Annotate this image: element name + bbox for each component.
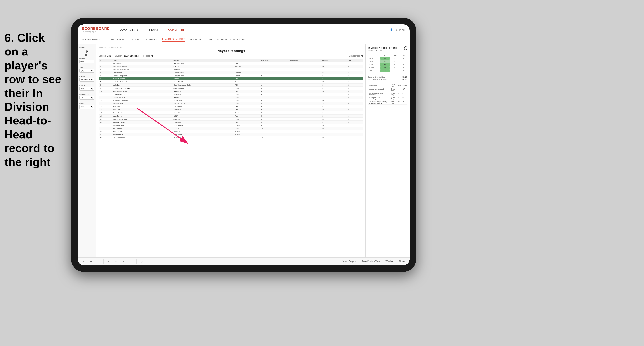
table-row[interactable]: 1 Wenyi Ding Arizona State First 1 11 1 bbox=[98, 62, 363, 65]
division-select[interactable]: NCAA Division I bbox=[79, 78, 94, 82]
table-row[interactable]: 19 Tiger Christensen Arizona Third 8 23 … bbox=[98, 118, 363, 121]
table-row[interactable]: 18 Luke Powell UCLA First 4 24 1 bbox=[98, 115, 363, 118]
table-row[interactable]: 12 Brendan Valles Auburn Third 1 17 0 bbox=[98, 96, 363, 99]
region-filter: Region N/a bbox=[79, 84, 94, 91]
year-select[interactable]: (All) bbox=[79, 69, 94, 72]
toolbar-clock[interactable]: ◷ bbox=[139, 260, 144, 263]
conference-label: Conference bbox=[79, 93, 94, 95]
conference-chip: Conference: All bbox=[349, 55, 363, 57]
table-row[interactable]: 11 Gordon Sargent Vanderbilt Third 3 21 … bbox=[98, 93, 363, 96]
cell-yr bbox=[234, 136, 260, 139]
table-row[interactable]: 10 Jacob Mac-Diesse Arkansas Fifth 4 23 … bbox=[98, 90, 363, 93]
tournament-row: SEC Match Play hosted by Jerry Pate Roun… bbox=[368, 100, 408, 105]
tour-col-name: Tournament bbox=[368, 84, 390, 88]
table-row[interactable]: 24 Bastien Amat New Mexico Fourth 1 27 2 bbox=[98, 133, 363, 136]
tab-team-h2h-grid[interactable]: TEAM H2H GRID bbox=[108, 38, 126, 41]
no-rds-slider[interactable] bbox=[79, 55, 94, 55]
cell-yr: Third bbox=[234, 127, 260, 130]
cell-school: Arizona State bbox=[172, 62, 234, 65]
cell-reg-rank: 12 bbox=[260, 136, 289, 139]
cell-no-rds: 23 bbox=[320, 118, 347, 121]
toolbar-grid[interactable]: ⊞ bbox=[106, 260, 111, 263]
h2h-wl-value: 674 - 33 - 12 bbox=[398, 79, 408, 81]
toolbar-minus[interactable]: — bbox=[128, 260, 134, 263]
table-row[interactable]: 6 Jackson Koivun Auburn First 1 21 2 bbox=[98, 77, 363, 80]
table-row[interactable]: 17 David Ford North Carolina Third 2 21 … bbox=[98, 111, 363, 115]
nav-committee[interactable]: COMMITTEE bbox=[166, 27, 186, 32]
cell-school: Vanderbilt bbox=[172, 121, 234, 124]
table-row[interactable]: 20 Matthew Riedel Vanderbilt Fifth 5 24 … bbox=[98, 121, 363, 124]
sign-out-btn[interactable]: Sign out bbox=[396, 28, 405, 31]
view-original-btn[interactable]: View: Original bbox=[341, 260, 358, 263]
table-row[interactable]: 15 Jake Hall Tennessee Fifth 3 24 1 bbox=[98, 105, 363, 108]
table-row[interactable]: 8 Mats Ege East Tennessee State Fifth 1 … bbox=[98, 84, 363, 87]
table-row[interactable]: 23 Jack Lundin Missouri Fourth 11 24 1 bbox=[98, 130, 363, 133]
nav-teams[interactable]: TEAMS bbox=[147, 27, 160, 32]
tour-type: Stroke Play bbox=[390, 88, 398, 92]
table-row[interactable]: 25 Cole Sherwood Vanderbilt 12 23 1 bbox=[98, 136, 363, 139]
cell-conf-rank bbox=[289, 136, 320, 139]
h2h-loss: 11 bbox=[390, 69, 400, 72]
table-row[interactable]: 22 Ian Gilligan Florida Third 10 24 1 bbox=[98, 127, 363, 130]
table-row[interactable]: 3 Michael Thorbjornsen Stanford 1 8 1 bbox=[98, 68, 363, 71]
cell-num: 19 bbox=[98, 118, 112, 121]
nav-tournaments[interactable]: TOURNAMENTS bbox=[116, 27, 140, 32]
cell-yr: Fifth bbox=[234, 90, 260, 93]
region-select[interactable]: N/a bbox=[79, 87, 94, 91]
table-row[interactable]: 14 Maxwell Ford North Carolina Third 3 2… bbox=[98, 102, 363, 105]
tab-team-summary[interactable]: TEAM SUMMARY bbox=[82, 38, 102, 41]
cell-num: 5 bbox=[98, 74, 112, 77]
cell-reg-rank: 1 bbox=[260, 68, 289, 71]
cell-conf-rank bbox=[289, 77, 320, 80]
table-row[interactable]: 5 Christo Lamprecht Georgia Tech Fourth … bbox=[98, 74, 363, 77]
save-custom-btn[interactable]: Save Custom View bbox=[360, 260, 382, 263]
cell-reg-rank: 3 bbox=[260, 102, 289, 105]
col-reg-rank: Reg Rank bbox=[260, 59, 289, 62]
toolbar-undo[interactable]: ↩ bbox=[81, 260, 86, 263]
cell-no-rds: 21 bbox=[320, 74, 347, 77]
year-label: Year bbox=[79, 66, 94, 68]
player-label: Player bbox=[79, 102, 94, 104]
h2h-close-btn[interactable]: ✕ bbox=[404, 46, 408, 50]
tab-player-summary[interactable]: PLAYER SUMMARY bbox=[162, 38, 185, 41]
cell-win: 0 bbox=[347, 65, 363, 68]
secondary-nav: TEAM SUMMARY TEAM H2H GRID TEAM H2H HEAT… bbox=[78, 35, 410, 44]
cell-school: Arizona State bbox=[172, 87, 234, 90]
table-row[interactable]: 13 Phichakun Maichon Texas A&M Third 6 3… bbox=[98, 99, 363, 102]
gender-value[interactable]: Men bbox=[79, 60, 94, 63]
table-row[interactable]: 9 Preston Summerhays Arizona State Third… bbox=[98, 87, 363, 90]
toolbar-add[interactable]: ⊕ bbox=[121, 260, 126, 263]
cell-num: 12 bbox=[98, 96, 112, 99]
player-select[interactable]: (All) bbox=[79, 105, 94, 109]
cell-num: 14 bbox=[98, 102, 112, 105]
share-btn[interactable]: Share bbox=[397, 260, 406, 263]
cell-yr: Third bbox=[234, 99, 260, 102]
h2h-win: 578 bbox=[380, 69, 390, 72]
tab-team-h2h-heatmap[interactable]: TEAM H2H HEATMAP bbox=[132, 38, 156, 41]
tab-player-h2h-grid[interactable]: PLAYER H2H GRID bbox=[190, 38, 212, 41]
table-row[interactable]: 7 Nicholas Gabrelcik North Florida Fourt… bbox=[98, 80, 363, 84]
cell-win: 0 bbox=[347, 93, 363, 96]
tab-player-h2h-heatmap[interactable]: PLAYER H2H HEATMAP bbox=[218, 38, 245, 41]
table-row[interactable]: 2 Michael La Sasso Ole Miss Second 1 10 … bbox=[98, 65, 363, 68]
cell-reg-rank: 11 bbox=[260, 130, 289, 133]
watch-btn[interactable]: Watch ▾ bbox=[384, 260, 395, 263]
table-row[interactable]: 4 Luke Claton Florida State Second 1 27 … bbox=[98, 71, 363, 74]
h2h-row: >100 578 11 1 bbox=[368, 69, 408, 72]
table-row[interactable]: 21 Taehoon Song Washington Fourth 6 23 1 bbox=[98, 124, 363, 127]
toolbar-redo[interactable]: ↪ bbox=[88, 260, 94, 263]
cell-yr: Third bbox=[234, 87, 260, 90]
h2h-loss: 4 bbox=[390, 63, 400, 66]
table-row[interactable]: 16 Alex Goff Kentucky Fifth 8 19 0 bbox=[98, 108, 363, 111]
toolbar-cut[interactable]: ✂ bbox=[114, 260, 119, 263]
user-icon: 👤 bbox=[390, 28, 393, 31]
cell-school: Stanford bbox=[172, 68, 234, 71]
cell-conf-rank bbox=[289, 74, 320, 77]
toolbar-sep-1 bbox=[104, 259, 104, 264]
cell-player: Gordon Sargent bbox=[112, 93, 172, 96]
cell-no-rds: 24 bbox=[320, 130, 347, 133]
toolbar-refresh[interactable]: ⟳ bbox=[96, 260, 101, 263]
cell-num: 13 bbox=[98, 99, 112, 102]
conference-select[interactable]: (All) bbox=[79, 96, 94, 100]
tour-pos: Win bbox=[398, 100, 402, 105]
